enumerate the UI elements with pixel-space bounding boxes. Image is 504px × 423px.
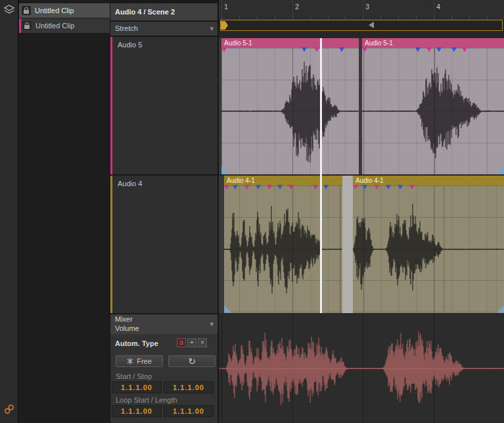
- left-toolbar: [0, 0, 18, 423]
- timeline-ruler[interactable]: 1 2 3 4: [219, 0, 504, 20]
- stretch-dropdown[interactable]: Stretch ▾: [110, 22, 218, 36]
- clip-header[interactable]: Audio 5-1: [362, 38, 504, 48]
- warp-marker-icon[interactable]: [224, 185, 229, 189]
- automation-panel: Mixer Volume ▾ Autom. Type a + × Free ↻ …: [110, 314, 218, 423]
- clip-header[interactable]: Audio 4-1: [224, 176, 342, 186]
- link-icon[interactable]: [4, 404, 14, 414]
- warp-marker-icon[interactable]: [288, 185, 294, 189]
- warp-marker-icon[interactable]: [302, 47, 307, 52]
- waveform-audio4-2: [353, 186, 504, 313]
- clip-label: Audio 5-1: [224, 39, 252, 47]
- warp-marker-icon[interactable]: [339, 47, 344, 52]
- clip-header[interactable]: Audio 4-1: [353, 176, 504, 186]
- clip-inspector: Audio 4 / Scene 2 Stretch ▾ Audio 5 Audi…: [110, 0, 218, 423]
- fade-handle[interactable]: [224, 305, 231, 312]
- start-value[interactable]: 1.1.1.00: [112, 382, 162, 393]
- clip-item-label: Untitled Clip: [35, 22, 74, 30]
- lane-audio4: Audio 4-1 Audio 4-1: [219, 176, 504, 313]
- lane-automation[interactable]: [219, 314, 504, 423]
- warp-marker-icon[interactable]: [362, 185, 367, 189]
- warp-marker-icon[interactable]: [233, 185, 238, 189]
- waveform-automation: [219, 314, 504, 423]
- automation-target-line2: Volume: [115, 324, 218, 333]
- track-section-audio4[interactable]: Audio 4: [110, 176, 218, 313]
- autom-type-label: Autom. Type: [115, 339, 158, 347]
- fade-handle[interactable]: [221, 166, 229, 174]
- track-name: Audio 4: [112, 176, 218, 187]
- clip-audio5-1[interactable]: Audio 5-1: [221, 38, 359, 174]
- clip-item-label: Untitled Clip: [35, 7, 74, 14]
- track-name: Audio 5: [112, 37, 218, 49]
- chevron-down-icon: ▾: [210, 22, 214, 36]
- free-button[interactable]: Free: [116, 355, 163, 367]
- warp-marker-icon[interactable]: [409, 185, 415, 189]
- warp-marker-icon[interactable]: [221, 47, 227, 52]
- loop-length-value[interactable]: 1.1.1.00: [164, 405, 214, 417]
- clip-label: Audio 4-1: [355, 177, 384, 184]
- warp-marker-icon[interactable]: [244, 185, 250, 189]
- autom-active-button[interactable]: a: [177, 338, 186, 347]
- warp-marker-icon[interactable]: [451, 47, 457, 52]
- fade-handle[interactable]: [497, 166, 504, 174]
- lock-icon[interactable]: [22, 21, 32, 30]
- clip-title-header: Audio 4 / Scene 2: [110, 3, 218, 20]
- warp-marker-icon[interactable]: [313, 185, 318, 189]
- clip-header[interactable]: Audio 5-1: [221, 38, 359, 48]
- bar-number: 2: [295, 3, 299, 11]
- free-button-label: Free: [137, 357, 152, 365]
- time-marker-icon[interactable]: [369, 22, 374, 28]
- loop-start-length-label: Loop Start / Length: [116, 396, 177, 404]
- lock-glyph: [24, 10, 29, 14]
- stretch-label: Stretch: [115, 24, 138, 32]
- warp-marker-icon[interactable]: [386, 185, 391, 189]
- clip-audio4-1[interactable]: Audio 4-1: [224, 176, 342, 313]
- fade-handle[interactable]: [497, 305, 504, 312]
- waveform-audio5-2: [362, 48, 504, 174]
- warp-marker-icon[interactable]: [436, 47, 442, 52]
- automation-target-dropdown[interactable]: Mixer Volume ▾: [110, 314, 218, 334]
- lane-audio5: Audio 5-1 Audio 5-1: [219, 38, 504, 174]
- warp-marker-icon[interactable]: [277, 185, 283, 189]
- arranger-area: 1 2 3 4 Audio 5-1 Audio 5-1: [219, 0, 504, 423]
- warp-marker-icon[interactable]: [374, 185, 379, 189]
- warp-marker-icon[interactable]: [462, 47, 467, 52]
- warp-marker-icon[interactable]: [314, 47, 319, 52]
- start-stop-label: Start / Stop: [116, 372, 152, 380]
- clip-label: Audio 4-1: [227, 177, 255, 184]
- stop-value[interactable]: 1.1.1.00: [164, 382, 214, 393]
- loop-region-bar[interactable]: [220, 20, 503, 31]
- loop-start-value[interactable]: 1.1.1.00: [112, 405, 162, 417]
- playhead[interactable]: [320, 38, 322, 313]
- track-section-audio5[interactable]: Audio 5: [110, 37, 218, 174]
- free-stretch-icon: [127, 358, 133, 364]
- clip-audio5-2[interactable]: Audio 5-1: [362, 38, 504, 174]
- autom-remove-button[interactable]: ×: [198, 338, 207, 347]
- automation-target-line1: Mixer: [115, 314, 218, 324]
- warp-marker-icon[interactable]: [398, 185, 403, 189]
- bar-number: 3: [365, 3, 369, 11]
- warp-marker-icon[interactable]: [267, 185, 272, 189]
- bar-number: 4: [436, 3, 440, 11]
- chevron-down-icon: ▾: [210, 320, 214, 328]
- clip-gap: [342, 176, 353, 313]
- loop-icon: ↻: [188, 356, 196, 366]
- bar-number: 1: [224, 3, 228, 11]
- clip-audio4-2[interactable]: Audio 4-1: [353, 176, 504, 313]
- layers-icon[interactable]: [4, 5, 14, 15]
- lock-icon[interactable]: [22, 6, 31, 15]
- warp-marker-icon[interactable]: [323, 185, 329, 189]
- waveform-audio5-1: [221, 48, 359, 174]
- warp-marker-icon[interactable]: [362, 47, 367, 52]
- autom-add-button[interactable]: +: [187, 338, 196, 347]
- clip-list-panel: Untitled Clip Untitled Clip: [19, 0, 110, 423]
- clip-list-item-2[interactable]: Untitled Clip: [19, 18, 110, 33]
- warp-marker-icon[interactable]: [353, 185, 358, 189]
- waveform-audio4-1: [224, 186, 342, 313]
- clip-label: Audio 5-1: [365, 39, 393, 47]
- lock-glyph: [24, 25, 30, 29]
- clip-list-item-1[interactable]: Untitled Clip: [19, 3, 110, 18]
- warp-marker-icon[interactable]: [426, 47, 432, 52]
- loop-button[interactable]: ↻: [168, 355, 216, 367]
- warp-marker-icon[interactable]: [415, 47, 421, 52]
- warp-marker-icon[interactable]: [256, 185, 261, 189]
